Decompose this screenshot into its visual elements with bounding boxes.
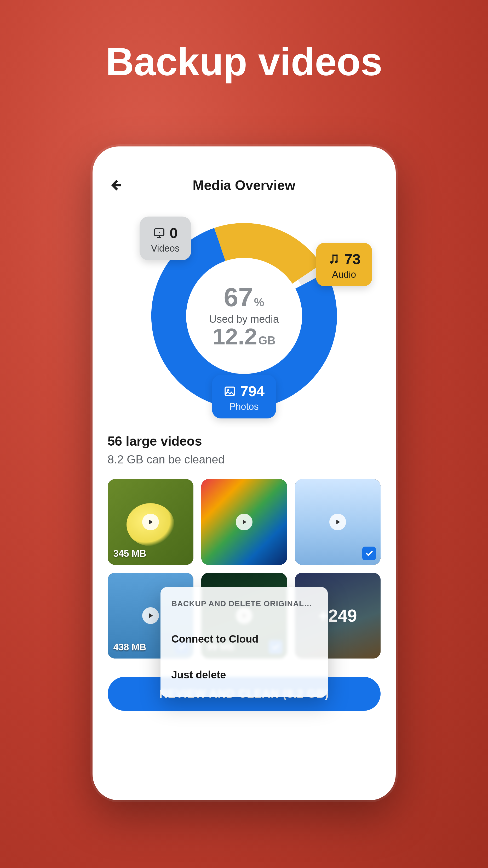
svg-rect-8 [337, 254, 338, 262]
play-icon [329, 514, 346, 530]
svg-rect-7 [332, 254, 333, 262]
popup-item-connect-cloud[interactable]: Connect to Cloud [171, 621, 317, 657]
play-icon [142, 514, 159, 530]
badge-audio-label: Audio [332, 269, 356, 280]
badge-videos-label: Videos [151, 243, 180, 254]
badge-videos-count: 0 [170, 224, 178, 241]
donut-percent: 67 [224, 282, 253, 312]
arrow-left-icon [109, 178, 122, 192]
popup-title: BACKUP AND DELETE ORIGINAL… [171, 599, 317, 608]
play-icon [236, 514, 253, 530]
badge-photos-label: Photos [229, 401, 259, 412]
phone-frame: Media Overview 67 % Used by media 12.2 G… [93, 147, 396, 800]
video-thumb[interactable] [295, 479, 381, 565]
popup-item-just-delete[interactable]: Just delete [171, 657, 317, 693]
media-donut-chart: 67 % Used by media 12.2 GB 0 Videos [148, 219, 341, 413]
thumb-checkbox[interactable] [362, 547, 376, 560]
video-thumb[interactable]: 345 MB [108, 479, 193, 565]
thumb-size-label: 438 MB [113, 642, 147, 653]
donut-center: 67 % Used by media 12.2 GB [209, 284, 279, 348]
video-thumb[interactable] [201, 479, 287, 565]
badge-audio[interactable]: 73 Audio [316, 243, 372, 286]
donut-size-unit: GB [258, 334, 275, 347]
monitor-play-icon [153, 227, 165, 239]
svg-point-10 [227, 389, 229, 391]
promo-title: Backup videos [0, 39, 488, 85]
section-title: 56 large videos [108, 434, 381, 449]
donut-size: 12.2 [213, 323, 257, 349]
page-title: Media Overview [193, 177, 295, 193]
badge-photos-count: 794 [240, 382, 264, 400]
play-icon [142, 607, 159, 624]
backup-delete-popup: BACKUP AND DELETE ORIGINAL… Connect to C… [161, 587, 328, 697]
section-subtitle: 8.2 GB can be cleaned [108, 453, 381, 466]
thumb-size-label: 345 MB [113, 548, 147, 559]
badge-photos[interactable]: 794 Photos [212, 375, 276, 418]
back-button[interactable] [108, 177, 123, 193]
app-header: Media Overview [108, 172, 381, 198]
image-icon [224, 385, 236, 398]
badge-videos[interactable]: 0 Videos [139, 217, 191, 260]
music-note-icon [327, 253, 340, 266]
donut-percent-sign: % [254, 296, 264, 309]
badge-audio-count: 73 [344, 251, 360, 268]
